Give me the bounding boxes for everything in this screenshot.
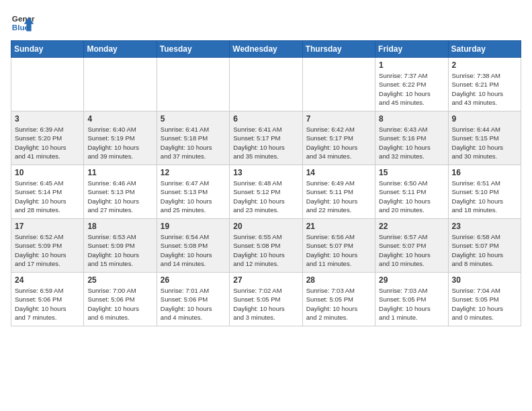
day-info: Sunrise: 6:44 AMSunset: 5:15 PMDaylight:…	[452, 125, 517, 161]
day-info: Sunrise: 6:45 AMSunset: 5:14 PMDaylight:…	[15, 179, 80, 214]
day-info: Sunrise: 7:03 AMSunset: 5:05 PMDaylight:…	[306, 286, 371, 322]
day-number: 17	[15, 222, 80, 231]
calendar-day-cell: 11Sunrise: 6:46 AMSunset: 5:13 PMDayligh…	[84, 165, 157, 219]
day-info: Sunrise: 6:49 AMSunset: 5:11 PMDaylight:…	[306, 179, 371, 214]
day-info: Sunrise: 6:55 AMSunset: 5:08 PMDaylight:…	[233, 232, 298, 268]
calendar-day-cell: 26Sunrise: 7:01 AMSunset: 5:06 PMDayligh…	[157, 273, 229, 326]
calendar-day-cell: 21Sunrise: 6:56 AMSunset: 5:07 PMDayligh…	[302, 219, 375, 273]
calendar-empty-cell	[11, 58, 84, 111]
day-info: Sunrise: 6:40 AMSunset: 5:19 PMDaylight:…	[87, 125, 152, 161]
day-info: Sunrise: 7:04 AMSunset: 5:05 PMDaylight:…	[452, 286, 517, 322]
calendar-day-cell: 3Sunrise: 6:39 AMSunset: 5:20 PMDaylight…	[11, 111, 84, 165]
calendar-day-cell: 27Sunrise: 7:02 AMSunset: 5:05 PMDayligh…	[230, 273, 302, 326]
calendar-day-cell: 30Sunrise: 7:04 AMSunset: 5:05 PMDayligh…	[448, 273, 521, 326]
day-number: 20	[233, 222, 298, 231]
calendar-day-cell: 20Sunrise: 6:55 AMSunset: 5:08 PMDayligh…	[230, 219, 302, 273]
day-info: Sunrise: 7:03 AMSunset: 5:05 PMDaylight:…	[379, 286, 444, 322]
calendar-week-row: 10Sunrise: 6:45 AMSunset: 5:14 PMDayligh…	[11, 165, 521, 219]
calendar-week-row: 17Sunrise: 6:52 AMSunset: 5:09 PMDayligh…	[11, 219, 521, 273]
day-info: Sunrise: 6:39 AMSunset: 5:20 PMDaylight:…	[15, 125, 80, 161]
day-number: 12	[161, 168, 226, 177]
calendar-day-cell: 22Sunrise: 6:57 AMSunset: 5:07 PMDayligh…	[375, 219, 448, 273]
calendar-day-cell: 29Sunrise: 7:03 AMSunset: 5:05 PMDayligh…	[375, 273, 448, 326]
logo: General Blue	[11, 11, 35, 35]
day-number: 9	[452, 114, 517, 124]
weekday-header-monday: Monday	[84, 41, 157, 58]
calendar-week-row: 1Sunrise: 7:37 AMSunset: 6:22 PMDaylight…	[11, 58, 521, 111]
calendar-day-cell: 12Sunrise: 6:47 AMSunset: 5:13 PMDayligh…	[157, 165, 229, 219]
calendar-empty-cell	[84, 58, 157, 111]
day-number: 27	[233, 275, 298, 285]
day-number: 30	[452, 275, 517, 285]
page-header: General Blue	[11, 11, 521, 35]
calendar-table: SundayMondayTuesdayWednesdayThursdayFrid…	[11, 40, 521, 326]
day-number: 24	[15, 275, 80, 285]
day-number: 4	[87, 114, 152, 124]
calendar-day-cell: 5Sunrise: 6:41 AMSunset: 5:18 PMDaylight…	[157, 111, 229, 165]
calendar-week-row: 3Sunrise: 6:39 AMSunset: 5:20 PMDaylight…	[11, 111, 521, 165]
day-info: Sunrise: 6:58 AMSunset: 5:07 PMDaylight:…	[452, 232, 517, 268]
calendar-day-cell: 23Sunrise: 6:58 AMSunset: 5:07 PMDayligh…	[448, 219, 521, 273]
day-info: Sunrise: 7:37 AMSunset: 6:22 PMDaylight:…	[379, 71, 444, 107]
calendar-day-cell: 7Sunrise: 6:42 AMSunset: 5:17 PMDaylight…	[302, 111, 375, 165]
day-info: Sunrise: 6:42 AMSunset: 5:17 PMDaylight:…	[306, 125, 371, 161]
calendar-empty-cell	[230, 58, 302, 111]
day-info: Sunrise: 7:01 AMSunset: 5:06 PMDaylight:…	[161, 286, 226, 322]
calendar-day-cell: 1Sunrise: 7:37 AMSunset: 6:22 PMDaylight…	[375, 58, 448, 111]
day-number: 7	[306, 114, 371, 124]
calendar-day-cell: 28Sunrise: 7:03 AMSunset: 5:05 PMDayligh…	[302, 273, 375, 326]
day-info: Sunrise: 6:48 AMSunset: 5:12 PMDaylight:…	[233, 179, 298, 214]
day-number: 28	[306, 275, 371, 285]
calendar-day-cell: 13Sunrise: 6:48 AMSunset: 5:12 PMDayligh…	[230, 165, 302, 219]
calendar-day-cell: 18Sunrise: 6:53 AMSunset: 5:09 PMDayligh…	[84, 219, 157, 273]
weekday-header-wednesday: Wednesday	[230, 41, 302, 58]
day-info: Sunrise: 6:54 AMSunset: 5:08 PMDaylight:…	[161, 232, 226, 268]
day-number: 13	[233, 168, 298, 177]
calendar-day-cell: 14Sunrise: 6:49 AMSunset: 5:11 PMDayligh…	[302, 165, 375, 219]
weekday-header-saturday: Saturday	[448, 41, 521, 58]
day-info: Sunrise: 7:38 AMSunset: 6:21 PMDaylight:…	[452, 71, 517, 107]
day-info: Sunrise: 7:00 AMSunset: 5:06 PMDaylight:…	[87, 286, 152, 322]
calendar-day-cell: 2Sunrise: 7:38 AMSunset: 6:21 PMDaylight…	[448, 58, 521, 111]
day-number: 21	[306, 222, 371, 231]
day-number: 25	[87, 275, 152, 285]
day-info: Sunrise: 6:53 AMSunset: 5:09 PMDaylight:…	[87, 232, 152, 268]
day-number: 2	[452, 60, 517, 70]
calendar-day-cell: 24Sunrise: 6:59 AMSunset: 5:06 PMDayligh…	[11, 273, 84, 326]
day-info: Sunrise: 6:57 AMSunset: 5:07 PMDaylight:…	[379, 232, 444, 268]
logo-icon: General Blue	[11, 11, 35, 35]
day-number: 10	[15, 168, 80, 177]
day-number: 5	[161, 114, 226, 124]
calendar-day-cell: 6Sunrise: 6:41 AMSunset: 5:17 PMDaylight…	[230, 111, 302, 165]
calendar-day-cell: 19Sunrise: 6:54 AMSunset: 5:08 PMDayligh…	[157, 219, 229, 273]
day-info: Sunrise: 6:47 AMSunset: 5:13 PMDaylight:…	[161, 179, 226, 214]
calendar-day-cell: 17Sunrise: 6:52 AMSunset: 5:09 PMDayligh…	[11, 219, 84, 273]
calendar-week-row: 24Sunrise: 6:59 AMSunset: 5:06 PMDayligh…	[11, 273, 521, 326]
weekday-header-sunday: Sunday	[11, 41, 84, 58]
calendar-day-cell: 8Sunrise: 6:43 AMSunset: 5:16 PMDaylight…	[375, 111, 448, 165]
day-number: 18	[87, 222, 152, 231]
calendar-header-row: SundayMondayTuesdayWednesdayThursdayFrid…	[11, 41, 521, 58]
day-info: Sunrise: 6:52 AMSunset: 5:09 PMDaylight:…	[15, 232, 80, 268]
day-info: Sunrise: 6:41 AMSunset: 5:17 PMDaylight:…	[233, 125, 298, 161]
calendar-day-cell: 25Sunrise: 7:00 AMSunset: 5:06 PMDayligh…	[84, 273, 157, 326]
weekday-header-thursday: Thursday	[302, 41, 375, 58]
calendar-day-cell: 16Sunrise: 6:51 AMSunset: 5:10 PMDayligh…	[448, 165, 521, 219]
calendar-empty-cell	[157, 58, 229, 111]
day-number: 26	[161, 275, 226, 285]
day-number: 3	[15, 114, 80, 124]
day-info: Sunrise: 6:51 AMSunset: 5:10 PMDaylight:…	[452, 179, 517, 214]
day-info: Sunrise: 6:43 AMSunset: 5:16 PMDaylight:…	[379, 125, 444, 161]
day-number: 23	[452, 222, 517, 231]
day-info: Sunrise: 6:59 AMSunset: 5:06 PMDaylight:…	[15, 286, 80, 322]
day-number: 19	[161, 222, 226, 231]
calendar-day-cell: 9Sunrise: 6:44 AMSunset: 5:15 PMDaylight…	[448, 111, 521, 165]
day-number: 1	[379, 60, 444, 70]
day-info: Sunrise: 6:50 AMSunset: 5:11 PMDaylight:…	[379, 179, 444, 214]
calendar-day-cell: 15Sunrise: 6:50 AMSunset: 5:11 PMDayligh…	[375, 165, 448, 219]
day-number: 15	[379, 168, 444, 177]
day-number: 6	[233, 114, 298, 124]
day-number: 16	[452, 168, 517, 177]
calendar-day-cell: 4Sunrise: 6:40 AMSunset: 5:19 PMDaylight…	[84, 111, 157, 165]
calendar-day-cell: 10Sunrise: 6:45 AMSunset: 5:14 PMDayligh…	[11, 165, 84, 219]
